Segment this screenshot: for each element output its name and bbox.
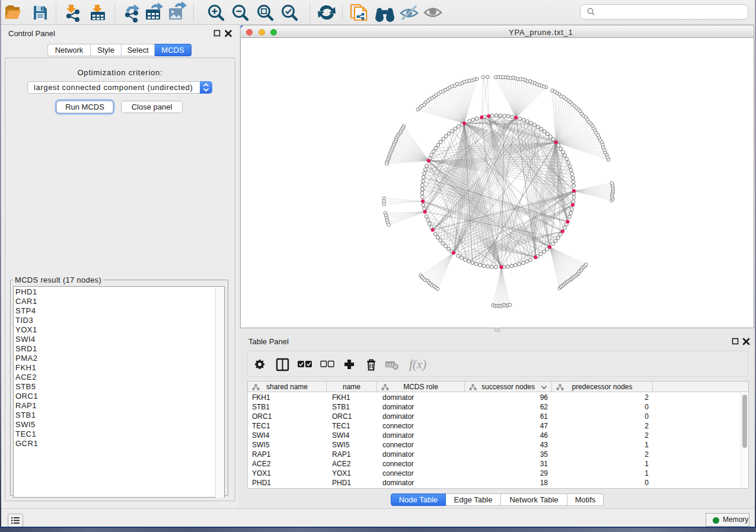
svg-text:f(x): f(x) bbox=[409, 357, 426, 371]
